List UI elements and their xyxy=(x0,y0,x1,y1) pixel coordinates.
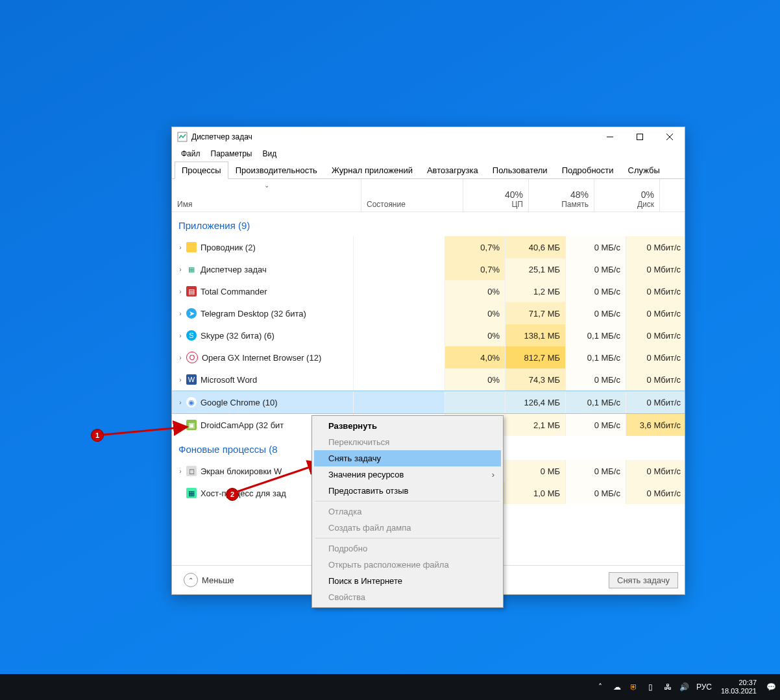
process-row[interactable]: ›SSkype (32 бита) (6)0%138,1 МБ0,1 МБ/с0… xyxy=(172,324,685,346)
process-row[interactable]: ›WMicrosoft Word0%74,3 МБ0 МБ/с0 Мбит/с xyxy=(172,368,685,391)
cell-net: 3,6 Мбит/с xyxy=(626,414,685,436)
tray-language[interactable]: РУС xyxy=(696,682,712,692)
cell-cpu: 0,7% xyxy=(445,236,506,258)
process-row[interactable]: ›▤Total Commander0%1,2 МБ0 МБ/с0 Мбит/с xyxy=(172,280,685,302)
menu-options[interactable]: Параметры xyxy=(208,148,255,160)
tab-4[interactable]: Пользователи xyxy=(485,162,555,179)
lock-icon: ◻ xyxy=(186,466,197,476)
context-item[interactable]: Развернуть xyxy=(314,418,501,434)
context-item[interactable]: Снять задачу xyxy=(314,450,501,466)
context-item: Отладка xyxy=(314,503,501,520)
process-row[interactable]: ›OOpera GX Internet Browser (12)4,0%812,… xyxy=(172,346,685,368)
cell-mem: 71,7 МБ xyxy=(506,302,566,324)
expand-icon[interactable]: › xyxy=(175,354,186,361)
cell-cpu: 0,7% xyxy=(445,258,506,280)
desktop: Диспетчер задач Файл Параметры Вид Проце… xyxy=(0,0,780,700)
expand-icon[interactable]: › xyxy=(175,310,186,317)
end-task-button[interactable]: Снять задачу xyxy=(609,572,678,588)
app-icon xyxy=(177,132,188,142)
context-item[interactable]: Предоставить отзыв xyxy=(314,483,501,499)
tray-onedrive-icon[interactable]: ☁ xyxy=(612,682,622,692)
tab-3[interactable]: Автозагрузка xyxy=(420,162,485,179)
expand-icon[interactable]: › xyxy=(175,422,186,429)
window-title: Диспетчер задач xyxy=(191,132,595,141)
col-net[interactable]: 2%Сеть xyxy=(660,179,685,211)
annotation-badge-1: 1 xyxy=(91,429,104,442)
cell-disk: 0 МБ/с xyxy=(566,368,626,391)
process-row[interactable]: ›➤Telegram Desktop (32 бита)0%71,7 МБ0 М… xyxy=(172,302,685,324)
cell-disk: 0 МБ/с xyxy=(566,302,626,324)
tray-clock[interactable]: 20:37 18.03.2021 xyxy=(718,679,759,695)
cell-net: 0 Мбит/с xyxy=(626,482,685,504)
tray-notifications-icon[interactable]: 💬 xyxy=(766,682,776,692)
titlebar[interactable]: Диспетчер задач xyxy=(172,127,685,147)
tabs: ПроцессыПроизводительностьЖурнал приложе… xyxy=(172,161,685,179)
word-icon: W xyxy=(186,374,197,385)
cell-net: 0 Мбит/с xyxy=(626,324,685,346)
expand-icon[interactable]: › xyxy=(175,266,186,273)
cell-mem: 74,3 МБ xyxy=(506,368,566,391)
expand-icon[interactable]: › xyxy=(175,399,186,406)
col-disk[interactable]: 0%Диск xyxy=(594,179,660,211)
cell-mem: 0 МБ xyxy=(506,460,566,482)
process-row[interactable]: ›Проводник (2)0,7%40,6 МБ0 МБ/с0 Мбит/с xyxy=(172,236,685,258)
tray-battery-icon[interactable]: ▯ xyxy=(646,682,656,692)
system-tray: ˄ ☁ ⛨ ▯ 🖧 🔊 РУС 20:37 18.03.2021 💬 xyxy=(595,679,780,695)
context-separator xyxy=(315,501,500,501)
tray-security-icon[interactable]: ⛨ xyxy=(629,682,639,692)
expand-icon[interactable]: › xyxy=(175,332,186,339)
col-name[interactable]: ⌄ Имя xyxy=(172,179,361,211)
close-button[interactable] xyxy=(655,127,685,147)
expand-icon[interactable]: › xyxy=(175,376,186,383)
cell-cpu: 0% xyxy=(445,280,506,302)
window-controls xyxy=(595,127,685,147)
taskmgr-icon: ▦ xyxy=(186,264,197,274)
expand-icon[interactable]: › xyxy=(175,468,186,475)
process-name: Экран блокировки W xyxy=(201,466,282,476)
process-name: Opera GX Internet Browser (12) xyxy=(202,353,321,363)
col-state[interactable]: Состояние xyxy=(361,179,463,211)
col-mem[interactable]: 48%Память xyxy=(529,179,594,211)
fewer-details-button[interactable]: ⌃ Меньше xyxy=(178,570,239,590)
process-name: Telegram Desktop (32 бита) xyxy=(201,309,306,319)
tab-0[interactable]: Процессы xyxy=(175,162,228,179)
context-item: Создать файл дампа xyxy=(314,520,501,536)
tab-5[interactable]: Подробности xyxy=(555,162,621,179)
maximize-button[interactable] xyxy=(625,127,655,147)
tray-network-icon[interactable]: 🖧 xyxy=(663,682,673,692)
taskbar[interactable]: ˄ ☁ ⛨ ▯ 🖧 🔊 РУС 20:37 18.03.2021 💬 xyxy=(0,674,780,700)
tray-volume-icon[interactable]: 🔊 xyxy=(679,682,690,692)
cell-net: 0 Мбит/с xyxy=(626,236,685,258)
annotation-badge-2: 2 xyxy=(226,488,239,501)
tab-6[interactable]: Службы xyxy=(621,162,667,179)
tray-up-icon[interactable]: ˄ xyxy=(595,682,605,692)
col-cpu[interactable]: 40%ЦП xyxy=(463,179,529,211)
cell-cpu: 4,0% xyxy=(445,346,506,368)
cell-mem: 25,1 МБ xyxy=(506,258,566,280)
menu-view[interactable]: Вид xyxy=(260,148,279,160)
chrome-icon: ◉ xyxy=(186,397,197,407)
expand-icon[interactable]: › xyxy=(175,288,186,295)
process-row[interactable]: ›◉Google Chrome (10)126,4 МБ0,1 МБ/с0 Мб… xyxy=(172,391,685,414)
cell-cpu: 0% xyxy=(445,324,506,346)
opera-icon: O xyxy=(186,352,198,363)
process-name: Microsoft Word xyxy=(201,375,257,385)
tab-2[interactable]: Журнал приложений xyxy=(324,162,420,179)
context-item[interactable]: Значения ресурсов xyxy=(314,466,501,483)
cell-disk: 0 МБ/с xyxy=(566,258,626,280)
cell-mem: 126,4 МБ xyxy=(506,391,566,413)
tab-1[interactable]: Производительность xyxy=(228,162,324,179)
minimize-button[interactable] xyxy=(595,127,625,147)
cell-mem: 2,1 МБ xyxy=(506,414,566,436)
droid-icon: ▣ xyxy=(186,420,197,430)
process-name: Хост-процесс для зад xyxy=(201,489,286,498)
cell-cpu: 0% xyxy=(445,302,506,324)
cell-disk: 0,1 МБ/с xyxy=(566,391,626,413)
expand-icon[interactable]: › xyxy=(175,244,186,251)
process-row[interactable]: ›▦Диспетчер задач0,7%25,1 МБ0 МБ/с0 Мбит… xyxy=(172,258,685,280)
folder-icon xyxy=(186,242,197,252)
cell-mem: 1,0 МБ xyxy=(506,482,566,504)
menu-file[interactable]: Файл xyxy=(178,148,203,160)
cell-disk: 0,1 МБ/с xyxy=(566,324,626,346)
context-item[interactable]: Поиск в Интернете xyxy=(314,573,501,589)
